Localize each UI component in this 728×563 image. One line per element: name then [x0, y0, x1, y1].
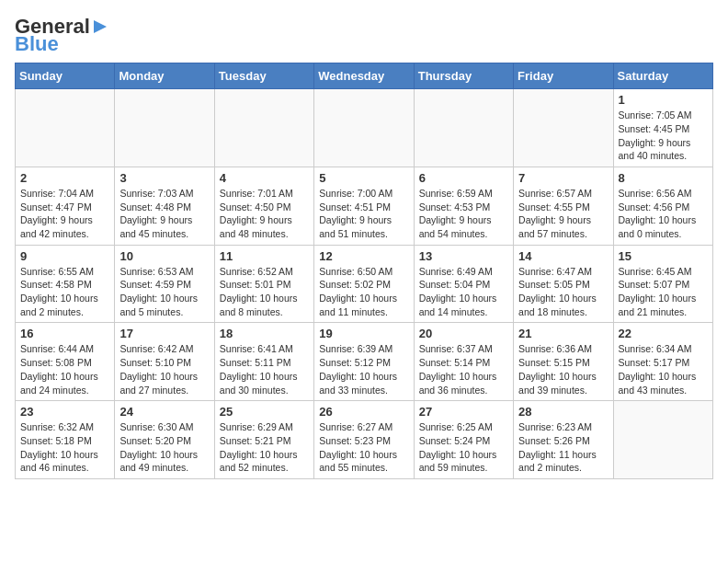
- day-info: Sunrise: 6:45 AM Sunset: 5:07 PM Dayligh…: [619, 265, 708, 319]
- day-info: Sunrise: 6:56 AM Sunset: 4:56 PM Dayligh…: [619, 187, 708, 241]
- day-number: 4: [220, 171, 309, 185]
- day-info: Sunrise: 6:36 AM Sunset: 5:15 PM Dayligh…: [518, 342, 608, 396]
- calendar-cell: 25Sunrise: 6:29 AM Sunset: 5:21 PM Dayli…: [214, 401, 313, 479]
- weekday-header: Wednesday: [314, 63, 414, 89]
- day-info: Sunrise: 6:25 AM Sunset: 5:24 PM Dayligh…: [419, 420, 508, 475]
- day-number: 6: [419, 171, 508, 185]
- calendar-table: SundayMondayTuesdayWednesdayThursdayFrid…: [15, 63, 713, 479]
- day-info: Sunrise: 6:37 AM Sunset: 5:14 PM Dayligh…: [419, 342, 508, 396]
- calendar-cell: 10Sunrise: 6:53 AM Sunset: 4:59 PM Dayli…: [115, 245, 214, 323]
- calendar-cell: [314, 89, 414, 167]
- day-number: 15: [619, 249, 708, 263]
- calendar-cell: 14Sunrise: 6:47 AM Sunset: 5:05 PM Dayli…: [514, 245, 613, 323]
- calendar-cell: 24Sunrise: 6:30 AM Sunset: 5:20 PM Dayli…: [115, 401, 214, 479]
- day-info: Sunrise: 6:30 AM Sunset: 5:20 PM Dayligh…: [119, 420, 209, 475]
- day-number: 22: [619, 327, 708, 340]
- calendar-week-row: 2Sunrise: 7:04 AM Sunset: 4:47 PM Daylig…: [16, 167, 713, 245]
- day-number: 27: [419, 405, 508, 419]
- day-info: Sunrise: 6:53 AM Sunset: 4:59 PM Dayligh…: [119, 265, 209, 319]
- calendar-cell: [115, 89, 214, 167]
- day-number: 3: [119, 171, 209, 185]
- calendar-week-row: 1Sunrise: 7:05 AM Sunset: 4:45 PM Daylig…: [16, 89, 713, 167]
- day-info: Sunrise: 6:44 AM Sunset: 5:08 PM Dayligh…: [20, 342, 109, 396]
- calendar-cell: 17Sunrise: 6:42 AM Sunset: 5:10 PM Dayli…: [115, 323, 214, 401]
- day-info: Sunrise: 6:52 AM Sunset: 5:01 PM Dayligh…: [220, 265, 309, 319]
- calendar-cell: 20Sunrise: 6:37 AM Sunset: 5:14 PM Dayli…: [414, 323, 513, 401]
- calendar-cell: [613, 401, 712, 479]
- day-info: Sunrise: 6:47 AM Sunset: 5:05 PM Dayligh…: [518, 265, 608, 319]
- logo: General Blue: [15, 15, 109, 55]
- calendar-cell: 16Sunrise: 6:44 AM Sunset: 5:08 PM Dayli…: [16, 323, 115, 401]
- day-number: 13: [419, 249, 508, 263]
- day-info: Sunrise: 6:49 AM Sunset: 5:04 PM Dayligh…: [419, 265, 508, 319]
- calendar-cell: 2Sunrise: 7:04 AM Sunset: 4:47 PM Daylig…: [16, 167, 115, 245]
- day-info: Sunrise: 7:03 AM Sunset: 4:48 PM Dayligh…: [119, 187, 209, 241]
- day-number: 5: [319, 171, 408, 185]
- calendar-cell: 19Sunrise: 6:39 AM Sunset: 5:12 PM Dayli…: [314, 323, 414, 401]
- calendar-cell: 8Sunrise: 6:56 AM Sunset: 4:56 PM Daylig…: [613, 167, 712, 245]
- calendar-cell: 6Sunrise: 6:59 AM Sunset: 4:53 PM Daylig…: [414, 167, 513, 245]
- calendar-cell: 11Sunrise: 6:52 AM Sunset: 5:01 PM Dayli…: [214, 245, 313, 323]
- day-number: 7: [518, 171, 608, 185]
- day-number: 20: [419, 327, 508, 340]
- day-number: 18: [220, 327, 309, 340]
- calendar-week-row: 23Sunrise: 6:32 AM Sunset: 5:18 PM Dayli…: [16, 401, 713, 479]
- day-number: 23: [20, 405, 109, 419]
- day-number: 26: [319, 405, 408, 419]
- calendar-cell: 1Sunrise: 7:05 AM Sunset: 4:45 PM Daylig…: [613, 89, 712, 167]
- calendar-cell: 22Sunrise: 6:34 AM Sunset: 5:17 PM Dayli…: [613, 323, 712, 401]
- day-number: 10: [119, 249, 209, 263]
- calendar-cell: 15Sunrise: 6:45 AM Sunset: 5:07 PM Dayli…: [613, 245, 712, 323]
- page-header: General Blue: [15, 15, 713, 55]
- weekday-header: Sunday: [16, 63, 115, 89]
- weekday-header: Friday: [514, 63, 613, 89]
- calendar-cell: [214, 89, 313, 167]
- day-info: Sunrise: 6:41 AM Sunset: 5:11 PM Dayligh…: [220, 342, 309, 396]
- calendar-cell: 27Sunrise: 6:25 AM Sunset: 5:24 PM Dayli…: [414, 401, 513, 479]
- logo-arrow-icon: [91, 17, 109, 36]
- calendar-cell: 28Sunrise: 6:23 AM Sunset: 5:26 PM Dayli…: [514, 401, 613, 479]
- weekday-header: Thursday: [414, 63, 513, 89]
- day-info: Sunrise: 6:57 AM Sunset: 4:55 PM Dayligh…: [518, 187, 608, 241]
- day-number: 14: [518, 249, 608, 263]
- day-number: 8: [619, 171, 708, 185]
- day-number: 17: [119, 327, 209, 340]
- day-info: Sunrise: 6:23 AM Sunset: 5:26 PM Dayligh…: [518, 420, 608, 475]
- calendar-cell: [514, 89, 613, 167]
- day-info: Sunrise: 6:34 AM Sunset: 5:17 PM Dayligh…: [619, 342, 708, 396]
- weekday-header: Monday: [115, 63, 214, 89]
- day-number: 21: [518, 327, 608, 340]
- calendar-cell: [414, 89, 513, 167]
- day-info: Sunrise: 6:59 AM Sunset: 4:53 PM Dayligh…: [419, 187, 508, 241]
- day-info: Sunrise: 6:27 AM Sunset: 5:23 PM Dayligh…: [319, 420, 408, 475]
- day-info: Sunrise: 6:29 AM Sunset: 5:21 PM Dayligh…: [220, 420, 309, 475]
- day-number: 12: [319, 249, 408, 263]
- day-number: 25: [220, 405, 309, 419]
- day-info: Sunrise: 6:42 AM Sunset: 5:10 PM Dayligh…: [119, 342, 209, 396]
- day-info: Sunrise: 7:05 AM Sunset: 4:45 PM Dayligh…: [619, 109, 708, 163]
- calendar-cell: 12Sunrise: 6:50 AM Sunset: 5:02 PM Dayli…: [314, 245, 414, 323]
- calendar-cell: 9Sunrise: 6:55 AM Sunset: 4:58 PM Daylig…: [16, 245, 115, 323]
- calendar-cell: 5Sunrise: 7:00 AM Sunset: 4:51 PM Daylig…: [314, 167, 414, 245]
- day-info: Sunrise: 6:32 AM Sunset: 5:18 PM Dayligh…: [20, 420, 109, 475]
- svg-marker-0: [94, 20, 107, 33]
- day-number: 16: [20, 327, 109, 340]
- day-number: 24: [119, 405, 209, 419]
- calendar-cell: 13Sunrise: 6:49 AM Sunset: 5:04 PM Dayli…: [414, 245, 513, 323]
- day-number: 28: [518, 405, 608, 419]
- calendar-cell: 21Sunrise: 6:36 AM Sunset: 5:15 PM Dayli…: [514, 323, 613, 401]
- day-number: 2: [20, 171, 109, 185]
- calendar-cell: 4Sunrise: 7:01 AM Sunset: 4:50 PM Daylig…: [214, 167, 313, 245]
- calendar-cell: 23Sunrise: 6:32 AM Sunset: 5:18 PM Dayli…: [16, 401, 115, 479]
- calendar-cell: 26Sunrise: 6:27 AM Sunset: 5:23 PM Dayli…: [314, 401, 414, 479]
- day-number: 9: [20, 249, 109, 263]
- calendar-header-row: SundayMondayTuesdayWednesdayThursdayFrid…: [16, 63, 713, 89]
- calendar-cell: 7Sunrise: 6:57 AM Sunset: 4:55 PM Daylig…: [514, 167, 613, 245]
- day-number: 1: [619, 93, 708, 107]
- day-info: Sunrise: 6:39 AM Sunset: 5:12 PM Dayligh…: [319, 342, 408, 396]
- calendar-week-row: 9Sunrise: 6:55 AM Sunset: 4:58 PM Daylig…: [16, 245, 713, 323]
- calendar-week-row: 16Sunrise: 6:44 AM Sunset: 5:08 PM Dayli…: [16, 323, 713, 401]
- calendar-cell: [16, 89, 115, 167]
- day-number: 11: [220, 249, 309, 263]
- weekday-header: Tuesday: [214, 63, 313, 89]
